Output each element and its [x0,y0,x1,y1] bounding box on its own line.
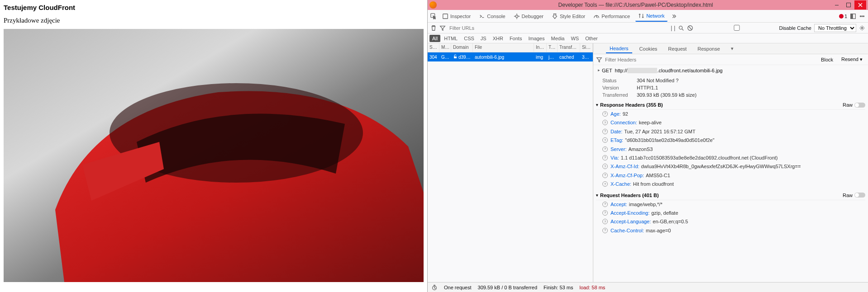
performance-icon [593,13,600,19]
waterfall-icon[interactable] [595,46,602,52]
header-row: ?Server:AmazonS3 [596,145,865,154]
close-button[interactable] [854,0,866,9]
filter-js[interactable]: JS [478,35,489,42]
header-key[interactable]: Accept: [610,202,627,207]
filter-ws[interactable]: WS [568,35,582,42]
throttling-select[interactable]: No Throttling [814,24,856,32]
firefox-icon [429,1,437,9]
disable-cache-checkbox[interactable]: Disable Cache [696,25,811,31]
inspector-icon [442,13,448,19]
col-file[interactable]: File [473,43,534,52]
maximize-button[interactable] [843,0,854,9]
kebab-menu-icon[interactable] [859,13,865,19]
tab-style-editor[interactable]: Style Editor [549,11,588,21]
tab-request[interactable]: Request [664,45,690,53]
block-icon[interactable] [687,25,693,31]
error-badge[interactable]: 1 [839,14,847,19]
raw-toggle[interactable] [854,103,865,108]
help-icon[interactable]: ? [602,129,608,134]
request-headers-section[interactable]: ▾Request Headers (401 B)Raw [596,191,865,200]
help-icon[interactable]: ? [676,78,678,83]
resend-button[interactable]: Resend ▾ [839,56,865,63]
header-row: ?Accept:image/webp,*/* [596,200,865,209]
debugger-icon [514,13,520,19]
header-key[interactable]: Date: [610,129,622,134]
gear-icon[interactable] [859,25,865,31]
help-icon[interactable]: ? [602,164,608,169]
header-key[interactable]: X-Cache: [610,181,631,187]
help-icon[interactable]: ? [602,219,608,224]
tab-inspector[interactable]: Inspector [439,11,473,21]
help-icon[interactable]: ? [602,202,608,207]
col-domain[interactable]: Domain [451,43,473,52]
header-key[interactable]: Cache-Control: [610,228,644,233]
filter-images[interactable]: Images [525,35,547,42]
header-row: ?ETag:"d60b31bb01fae02d3b49ad0d501e0f2e" [596,136,865,145]
filter-media[interactable]: Media [548,35,567,42]
help-icon[interactable]: ? [602,155,608,160]
raw-toggle[interactable] [854,193,865,198]
help-icon[interactable]: ? [602,173,608,178]
tabs-overflow-icon[interactable] [670,13,677,19]
tab-console[interactable]: Console [476,11,508,21]
tab-response[interactable]: Response [694,45,724,53]
help-icon[interactable]: ? [602,137,608,143]
help-icon[interactable]: ? [602,210,608,216]
filter-fonts[interactable]: Fonts [507,35,525,42]
header-key[interactable]: ETag: [610,137,623,143]
help-icon[interactable]: ? [602,146,608,152]
filter-all[interactable]: All [429,35,440,42]
svg-rect-3 [443,14,448,19]
filter-css[interactable]: CSS [461,35,477,42]
filter-xhr[interactable]: XHR [490,35,506,42]
tab-cookies[interactable]: Cookies [636,45,661,53]
filter-headers-input[interactable] [605,57,816,62]
filter-other[interactable]: Other [582,35,601,42]
header-key[interactable]: Server: [610,146,626,152]
request-url-row[interactable]: ▸ GET http://████████.cloudfront.net/aut… [596,67,865,74]
header-value: 92 [623,111,628,117]
dock-icon[interactable] [850,13,856,19]
col-initiator[interactable]: Init… [534,43,547,52]
inspect-element-icon[interactable] [430,13,437,19]
header-row: ?Connection:keep-alive [596,118,865,127]
filter-urls-input[interactable] [448,24,530,32]
col-status[interactable]: St… [428,43,439,52]
header-key[interactable]: Age: [610,111,621,117]
header-value: max-age=0 [646,228,671,233]
help-icon[interactable]: ? [602,111,608,117]
headers-filter-bar: Block Resend ▾ [593,54,868,65]
header-key[interactable]: Connection: [610,120,637,125]
filter-bar: | | Disable Cache No Throttling [428,23,868,33]
tab-debugger[interactable]: Debugger [511,11,546,21]
header-key[interactable]: X-Amz-Cf-Id: [610,164,639,169]
minimize-button[interactable] [831,0,843,9]
col-transferred[interactable]: Transfer… [558,43,580,52]
header-value: gzip, deflate [651,210,678,216]
request-row[interactable]: 304 GET d39w… autombili-6.jpg img j… cac… [428,52,593,61]
block-button[interactable]: Block [818,56,836,63]
filter-html[interactable]: HTML [441,35,460,42]
header-key[interactable]: X-Amz-Cf-Pop: [610,173,644,178]
stopwatch-icon[interactable] [431,284,438,291]
help-icon[interactable]: ? [602,181,608,187]
header-row: ?X-Cache:Hit from cloudfront [596,180,865,188]
header-key[interactable]: Accept-Encoding: [610,210,649,216]
chevron-down-icon[interactable]: ▾ [727,44,737,53]
response-headers-section[interactable]: ▾Response Headers (355 B)Raw [596,100,865,110]
tab-headers[interactable]: Headers [606,44,632,53]
col-type[interactable]: Ty… [547,43,558,52]
tab-network[interactable]: Network [635,11,667,22]
help-icon[interactable]: ? [602,120,608,125]
header-key[interactable]: Accept-Language: [610,219,651,224]
col-size[interactable]: Size [580,43,593,52]
col-method[interactable]: M… [439,43,451,52]
search-icon[interactable] [678,25,684,31]
devtools-toolbar: Inspector Console Debugger Style Editor … [428,10,868,23]
help-icon[interactable]: ? [602,228,608,233]
header-key[interactable]: Via: [610,155,619,160]
titlebar: Developer Tools — file:///C:/Users/Pawel… [428,0,868,10]
pause-icon[interactable]: | | [671,24,675,31]
tab-performance[interactable]: Performance [591,11,633,21]
trash-icon[interactable] [430,25,437,31]
